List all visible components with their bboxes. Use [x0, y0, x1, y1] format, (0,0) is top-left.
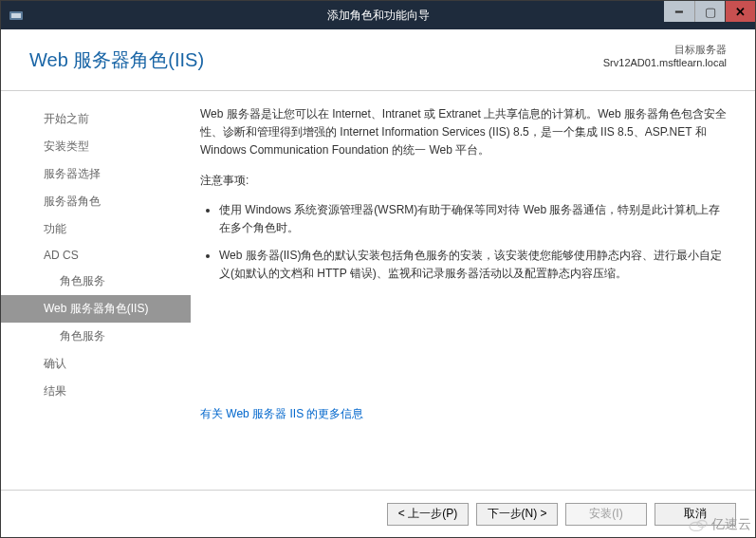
page-title: Web 服务器角色(IIS): [29, 47, 204, 73]
target-server-label: 目标服务器: [603, 43, 727, 57]
watermark: 亿速云: [689, 516, 751, 533]
wizard-steps-sidebar: 开始之前 安装类型 服务器选择 服务器角色 功能 AD CS 角色服务 Web …: [1, 91, 191, 490]
notes-title: 注意事项:: [200, 172, 727, 190]
target-server-name: Srv12AD01.msftlearn.local: [603, 57, 727, 68]
sidebar-item-before-you-begin[interactable]: 开始之前: [1, 105, 191, 133]
sidebar-item-confirmation[interactable]: 确认: [1, 350, 191, 378]
app-icon: [9, 8, 24, 23]
wizard-window: 添加角色和功能向导 ━ ▢ ✕ Web 服务器角色(IIS) 目标服务器 Srv…: [0, 0, 756, 538]
sidebar-item-adcs-role-services[interactable]: 角色服务: [1, 268, 191, 295]
sidebar-item-iis-role-services[interactable]: 角色服务: [1, 323, 191, 350]
sidebar-item-results[interactable]: 结果: [1, 378, 191, 405]
sidebar-item-server-roles[interactable]: 服务器角色: [1, 188, 191, 215]
sidebar-item-server-selection[interactable]: 服务器选择: [1, 160, 191, 188]
notes-list: 使用 Windows 系统资源管理器(WSRM)有助于确保等同对待 Web 服务…: [200, 201, 727, 284]
next-button[interactable]: 下一步(N) >: [476, 503, 558, 526]
target-server-info: 目标服务器 Srv12AD01.msftlearn.local: [603, 43, 727, 68]
titlebar: 添加角色和功能向导 ━ ▢ ✕: [1, 1, 755, 29]
sidebar-item-web-server-iis[interactable]: Web 服务器角色(IIS): [1, 295, 191, 323]
window-title: 添加角色和功能向导: [327, 8, 430, 24]
install-button: 安装(I): [565, 503, 647, 526]
maximize-button[interactable]: ▢: [694, 1, 725, 22]
sidebar-item-adcs[interactable]: AD CS: [1, 243, 191, 268]
sidebar-item-features[interactable]: 功能: [1, 215, 191, 243]
window-controls: ━ ▢ ✕: [664, 1, 755, 22]
sidebar-item-installation-type[interactable]: 安装类型: [1, 133, 191, 160]
close-button[interactable]: ✕: [725, 1, 755, 22]
header: Web 服务器角色(IIS) 目标服务器 Srv12AD01.msftlearn…: [1, 29, 755, 91]
watermark-text: 亿速云: [711, 516, 751, 533]
note-item: 使用 Windows 系统资源管理器(WSRM)有助于确保等同对待 Web 服务…: [219, 201, 727, 237]
svg-rect-1: [11, 13, 21, 18]
previous-button[interactable]: < 上一步(P): [387, 503, 469, 526]
body: 开始之前 安装类型 服务器选择 服务器角色 功能 AD CS 角色服务 Web …: [1, 91, 755, 490]
note-item: Web 服务器(IIS)角色的默认安装包括角色服务的安装，该安装使您能够使用静态…: [219, 247, 727, 283]
more-info-link[interactable]: 有关 Web 服务器 IIS 的更多信息: [200, 405, 363, 423]
intro-text: Web 服务器是让您可以在 Internet、Intranet 或 Extran…: [200, 105, 727, 160]
minimize-button[interactable]: ━: [664, 1, 694, 22]
footer: < 上一步(P) 下一步(N) > 安装(I) 取消: [1, 490, 755, 537]
content-area: Web 服务器是让您可以在 Internet、Intranet 或 Extran…: [191, 91, 755, 490]
